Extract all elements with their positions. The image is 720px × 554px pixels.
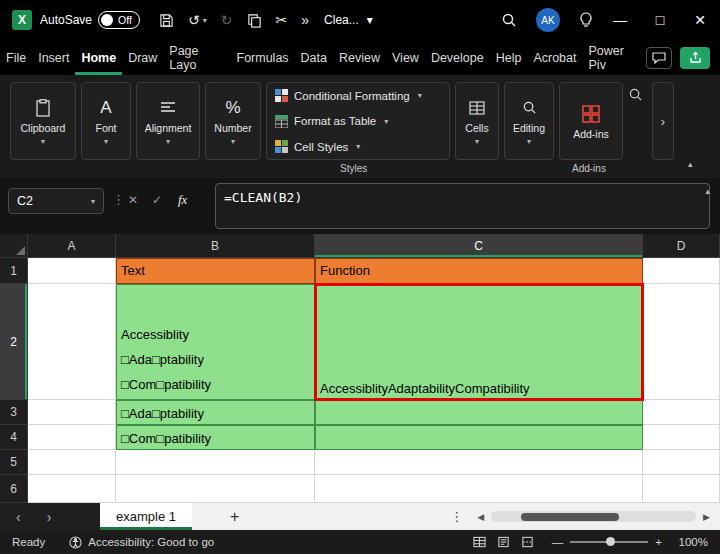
cell-C5[interactable] [315, 450, 643, 475]
ribbon-tab-insert[interactable]: Insert [32, 40, 75, 75]
search-button[interactable] [501, 12, 517, 28]
row-header-6[interactable]: 6 [0, 475, 28, 503]
ribbon-tab-file[interactable]: File [0, 40, 32, 75]
zoom-percentage[interactable]: 100% [674, 536, 708, 548]
column-header-b[interactable]: B [116, 234, 315, 258]
page-layout-view-icon[interactable] [497, 536, 510, 548]
row-header-5[interactable]: 5 [0, 450, 28, 475]
cell-D5[interactable] [643, 450, 720, 475]
ribbon-search-button[interactable] [628, 87, 643, 102]
horizontal-scrollbar[interactable]: ◀ ▶ [477, 511, 710, 522]
clipboard-group-button[interactable]: Clipboard ▾ [10, 82, 76, 160]
share-button[interactable] [680, 47, 710, 69]
cell-D3[interactable] [643, 400, 720, 425]
more-commands-button[interactable]: » [301, 12, 309, 28]
column-header-a[interactable]: A [28, 234, 116, 258]
cell-A4[interactable] [28, 425, 116, 450]
cell-A3[interactable] [28, 400, 116, 425]
zoom-slider-thumb[interactable] [606, 537, 615, 546]
cell-D4[interactable] [643, 425, 720, 450]
cell-A6[interactable] [28, 475, 116, 503]
redo-button[interactable]: ↻ [221, 12, 233, 28]
tell-me-button[interactable] [579, 12, 593, 28]
column-header-d[interactable]: D [643, 234, 720, 258]
ribbon-tab-view[interactable]: View [386, 40, 425, 75]
save-button[interactable] [159, 13, 174, 28]
minimize-button[interactable]: — [600, 0, 640, 40]
cell-B1[interactable]: Text [116, 258, 315, 284]
confirm-entry-button[interactable]: ✓ [152, 193, 162, 207]
page-break-view-icon[interactable] [521, 536, 534, 548]
select-all-corner[interactable] [0, 234, 28, 258]
horizontal-scroll-track[interactable] [491, 511, 696, 522]
next-sheet-button[interactable]: › [47, 509, 52, 525]
account-avatar[interactable]: AK [536, 8, 560, 32]
cell-styles-button[interactable]: Cell Styles ▾ [275, 140, 360, 153]
insert-function-button[interactable]: fx [178, 192, 187, 208]
autosave-toggle[interactable]: Off [98, 11, 140, 29]
previous-sheet-button[interactable]: ‹ [16, 509, 21, 525]
cell-D1[interactable] [643, 258, 720, 284]
document-title[interactable]: Clea... [324, 13, 359, 27]
cell-D2[interactable] [643, 284, 720, 400]
copy-button[interactable] [247, 13, 262, 28]
ribbon-tab-review[interactable]: Review [333, 40, 386, 75]
ribbon-tab-help[interactable]: Help [490, 40, 528, 75]
cell-B5[interactable] [116, 450, 315, 475]
zoom-out-button[interactable]: — [552, 536, 564, 548]
collapse-ribbon-button[interactable]: ▴ [688, 159, 693, 169]
zoom-in-button[interactable]: + [655, 536, 662, 548]
cell-B4[interactable]: □Com□patibility [116, 425, 315, 450]
row-header-4[interactable]: 4 [0, 425, 28, 450]
row-header-2[interactable]: 2 [0, 284, 28, 400]
zoom-slider-track[interactable] [570, 541, 648, 543]
cell-C4[interactable] [315, 425, 643, 450]
conditional-formatting-button[interactable]: Conditional Formatting ▾ [275, 89, 422, 102]
ribbon-tab-power-pivot[interactable]: Power Piv [583, 40, 647, 75]
add-sheet-button[interactable]: + [230, 508, 239, 526]
tab-bar-options[interactable]: ⋮ [450, 509, 463, 524]
undo-button[interactable]: ↺ ▾ [188, 12, 207, 28]
cell-C2-selected[interactable]: AccessiblityAdaptabilityCompatibility [315, 284, 643, 400]
ribbon-overflow-button[interactable]: › [652, 82, 674, 160]
format-as-table-button[interactable]: Format as Table ▾ [275, 115, 388, 128]
ribbon-tab-home[interactable]: Home [75, 40, 122, 75]
accessibility-status[interactable]: Accessibility: Good to go [69, 536, 214, 549]
normal-view-icon[interactable] [473, 536, 486, 548]
collapse-formula-bar-button[interactable]: ▴ [705, 186, 710, 196]
cell-B2[interactable]: Accessiblity □Ada□ptability □Com□patibil… [116, 284, 315, 400]
editing-group-button[interactable]: Editing ▾ [504, 82, 554, 160]
cell-B3[interactable]: □Ada□ptability [116, 400, 315, 425]
name-box[interactable]: C2 ▾ [8, 188, 104, 214]
font-group-button[interactable]: A Font ▾ [81, 82, 131, 160]
alignment-group-button[interactable]: Alignment ▾ [136, 82, 200, 160]
ribbon-tab-acrobat[interactable]: Acrobat [527, 40, 582, 75]
comments-button[interactable] [646, 47, 672, 69]
row-header-3[interactable]: 3 [0, 400, 28, 425]
cell-C3[interactable] [315, 400, 643, 425]
ribbon-tab-developer[interactable]: Develope [425, 40, 490, 75]
column-header-c[interactable]: C [315, 234, 643, 258]
row-header-1[interactable]: 1 [0, 258, 28, 284]
ribbon-tab-draw[interactable]: Draw [122, 40, 163, 75]
cell-C6[interactable] [315, 475, 643, 503]
scroll-left-icon[interactable]: ◀ [477, 512, 484, 522]
addins-group-button[interactable]: Add-ins [559, 82, 623, 160]
ribbon-tab-data[interactable]: Data [295, 40, 333, 75]
cells-group-button[interactable]: Cells ▾ [455, 82, 499, 160]
ribbon-tab-page-layout[interactable]: Page Layo [163, 40, 230, 75]
cell-A2[interactable] [28, 284, 116, 400]
cancel-entry-button[interactable]: ✕ [128, 193, 138, 207]
close-button[interactable]: ✕ [680, 0, 720, 40]
cell-A5[interactable] [28, 450, 116, 475]
scroll-right-icon[interactable]: ▶ [703, 512, 710, 522]
cell-C1[interactable]: Function [315, 258, 643, 284]
ribbon-tab-formulas[interactable]: Formulas [231, 40, 295, 75]
horizontal-scroll-thumb[interactable] [521, 513, 619, 521]
sheet-tab-example-1[interactable]: example 1 [100, 503, 192, 530]
cut-button[interactable]: ✂ [276, 12, 288, 28]
number-group-button[interactable]: % Number ▾ [205, 82, 261, 160]
maximize-button[interactable]: □ [640, 0, 680, 40]
cell-D6[interactable] [643, 475, 720, 503]
formula-input[interactable]: =CLEAN(B2) [215, 183, 710, 229]
